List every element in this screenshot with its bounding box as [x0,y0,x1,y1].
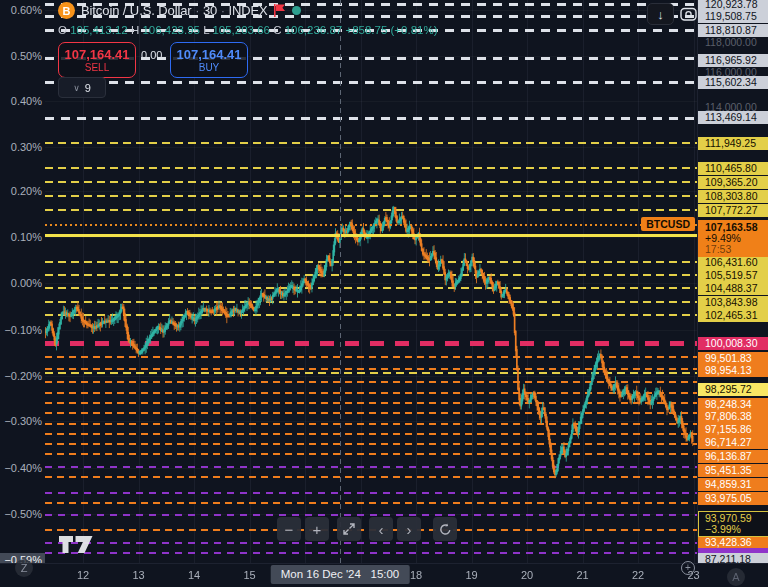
symbol-header[interactable]: B Bitcoin / U.S. Dollar · 30 · INDEX [58,2,301,19]
percent-axis[interactable]: 0.60%0.50%0.40%0.30%0.20%0.10%0.00%−0.10… [0,0,45,563]
add-alert-plus-icon[interactable]: + [681,561,695,575]
arrow-down-icon: ↓ [657,7,664,22]
chevron-left-icon: ‹ [379,521,384,538]
timezone-badge[interactable]: Z [15,559,33,577]
price-axis[interactable]: 118,000.00116,000.00114,000.00120,923.78… [697,0,768,563]
camera-icon [680,6,697,21]
price-level-label-yellow: 108,303.80 [698,190,768,203]
low-key: L [203,24,209,36]
time-tick-label: 19 [465,569,477,581]
price-level-label-pink: 100,008.30 [698,337,768,350]
price-level-label-orange: 93,975.05 [698,492,768,505]
time-tick-label: 12 [77,569,89,581]
market-type: INDEX [228,3,267,18]
flag-icon[interactable] [274,4,286,17]
percent-tick-label: 0.30% [0,141,42,153]
bitcoin-icon: B [58,2,75,19]
time-tick-label: 18 [410,569,422,581]
open-value: 105,413.12 [70,24,128,36]
alert-price-label[interactable]: 93,970.59 −3.99% [698,511,768,537]
clipped-purple-level-label [698,548,768,553]
bar-countdown: 17:53 [705,244,768,255]
percent-tick-label: −0.50% [0,508,42,520]
price-level-label-grey: 118,810.87 [698,24,768,37]
price-level-label-grey: 119,508.75 [698,10,768,23]
expand-icon [343,523,355,535]
reset-icon [439,523,452,536]
price-level-label-orange: 96,714.27 [698,436,768,449]
spread-value: 0.00 [141,49,162,61]
price-level-label-yellow: 102,465.31 [698,309,768,322]
horizontal-line-drawing[interactable] [45,234,697,237]
scroll-left-button[interactable]: ‹ [369,517,393,541]
sell-label: SELL [85,62,109,74]
current-price-label: 107,163.58 +9.49% 17:53 [698,220,768,257]
high-key: H [131,24,139,36]
chevron-right-icon: › [407,521,412,538]
price-level-label-orange: 94,859.31 [698,478,768,491]
price-level-label-yellow: 109,365.20 [698,176,768,189]
tradingview-chart-window: BTCUSD B Bitcoin / U.S. Dollar · 30 · IN… [0,0,768,587]
screenshot-button[interactable] [677,2,697,24]
interval-value: 30 [203,3,217,18]
market-status-dot[interactable] [292,6,301,15]
percent-tick-label: −0.40% [0,462,42,474]
download-button[interactable]: ↓ [647,3,674,25]
price-level-label-yellow: 103,843.98 [698,296,768,309]
time-axis[interactable]: 12131415181920212223 Mon 16 Dec '24 15:0… [0,563,768,587]
price-level-label-yellow: 111,949.25 [698,137,768,150]
alert-price-change: −3.99% [705,524,768,535]
close-key: C [273,24,281,36]
auto-scale-badge[interactable]: A [727,568,745,586]
price-level-label-orange: 98,954.13 [698,364,768,377]
scroll-right-button[interactable]: › [397,517,421,541]
quantity-dropdown[interactable]: ∨ 9 [58,77,106,98]
price-line-symbol-tag: BTCUSD [641,217,695,231]
price-scale-tick: 118,000.00 [698,36,768,49]
percent-tick-label: −0.10% [0,324,42,336]
tradingview-logo[interactable] [58,533,96,556]
price-level-label-orange: 97,155.86 [698,423,768,436]
crosshair-vertical-line [340,0,341,563]
sell-button[interactable]: 107,164.41 SELL [58,42,136,78]
symbol-title[interactable]: Bitcoin / U.S. Dollar · 30 · INDEX [81,3,268,18]
zoom-out-button[interactable]: − [277,517,301,541]
percent-tick-label: −0.20% [0,370,42,382]
buy-price: 107,164.41 [176,47,241,62]
price-level-label-yellow: 105,519.57 [698,269,768,282]
ohlc-legend: O 105,413.12 H 106,423.95 L 105,203.66 C… [58,24,438,36]
chevron-down-icon: ∨ [73,83,80,93]
quantity-value: 9 [85,82,91,94]
candlestick-series[interactable] [45,0,697,563]
price-level-label-orange: 97,806.38 [698,410,768,423]
zoom-in-button[interactable]: + [305,517,329,541]
price-level-label-yellow: 104,488.37 [698,282,768,295]
buy-label: BUY [199,62,220,74]
close-value: 106,236.87 [285,24,343,36]
maximize-button[interactable] [337,517,361,541]
percent-tick-label: 0.20% [0,185,42,197]
price-level-label-grey: 113,469.14 [698,111,768,124]
buy-button[interactable]: 107,164.41 BUY [170,42,248,78]
time-tick-label: 21 [576,569,588,581]
percent-tick-label: 0.10% [0,231,42,243]
reset-view-button[interactable] [433,517,457,541]
price-level-label-yellow: 107,772.27 [698,204,768,217]
price-level-label-orange: 95,451.35 [698,464,768,477]
minus-icon: − [285,521,294,538]
price-level-label-yellow-bright: 98,295.72 [698,383,768,396]
percent-tick-label: 0.50% [0,50,42,62]
time-tick-label: 22 [632,569,644,581]
price-level-label-yellow: 106,431.60 [698,256,768,269]
sell-price: 107,164.41 [64,47,129,62]
time-tick-label: 14 [188,569,200,581]
percent-tick-label: −0.30% [0,415,42,427]
chart-plot-area[interactable]: BTCUSD B Bitcoin / U.S. Dollar · 30 · IN… [45,0,697,563]
time-tick-label: 15 [243,569,255,581]
change-value: +858.75 (+0.81%) [345,24,437,36]
time-tick-label: 20 [521,569,533,581]
percent-tick-label: 0.00% [0,277,42,289]
low-value: 105,203.66 [212,24,270,36]
price-level-label-orange: 93,428.36 [698,536,768,549]
price-level-label-orange: 96,136.87 [698,450,768,463]
